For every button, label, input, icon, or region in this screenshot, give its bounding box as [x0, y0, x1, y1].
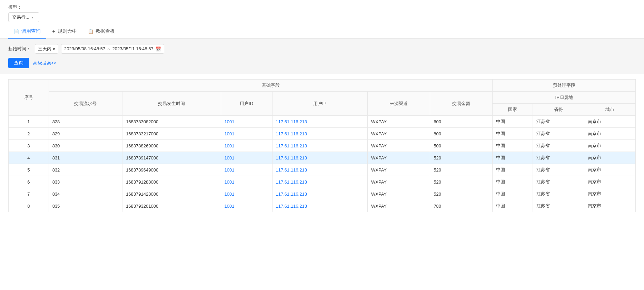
cell-tx-time: 1683789649000: [122, 164, 221, 176]
advanced-search-button[interactable]: 高级搜索>>: [33, 60, 56, 66]
cell-country: 中国: [493, 176, 533, 188]
cell-source: WXPAY: [367, 164, 430, 176]
cell-user-ip: 117.61.116.213: [272, 188, 367, 200]
cell-user-ip: 117.61.116.213: [272, 116, 367, 128]
cell-city: 南京市: [584, 152, 635, 164]
cell-amount: 600: [430, 116, 493, 128]
cell-tx-no: 835: [49, 200, 122, 212]
cell-city: 南京市: [584, 140, 635, 152]
tab-rules[interactable]: ✦ 规则命中: [46, 25, 82, 39]
table-body: 182816837830820001001117.61.116.213WXPAY…: [9, 116, 636, 212]
th-amount: 交易金额: [430, 92, 493, 116]
cell-country: 中国: [493, 128, 533, 140]
th-source: 来源渠道: [367, 92, 430, 116]
date-range-input[interactable]: 2023/05/08 16:48:57 ～ 2023/05/11 16:48:5…: [61, 44, 164, 54]
cell-tx-time: 1683793201000: [122, 200, 221, 212]
th-basic-fields: 基础字段: [49, 80, 493, 92]
cell-source: WXPAY: [367, 128, 430, 140]
th-seq: 序号: [9, 80, 49, 116]
time-select-chevron: ▾: [53, 46, 55, 52]
tab-query-label: 调用查询: [21, 28, 41, 34]
cell-city: 南京市: [584, 128, 635, 140]
time-range-value: 三天内: [38, 46, 51, 52]
cell-country: 中国: [493, 152, 533, 164]
cell-user-ip: 117.61.116.213: [272, 164, 367, 176]
cell-country: 中国: [493, 188, 533, 200]
filter-actions: 查询 高级搜索>>: [8, 58, 636, 68]
tab-dashboard[interactable]: 📋 数据看板: [82, 25, 120, 39]
filter-section: 起始时间： 三天内 ▾ 2023/05/08 16:48:57 ～ 2023/0…: [0, 39, 644, 74]
cell-amount: 780: [430, 200, 493, 212]
cell-country: 中国: [493, 200, 533, 212]
cell-tx-time: 1683789147000: [122, 152, 221, 164]
cell-source: WXPAY: [367, 176, 430, 188]
cell-source: WXPAY: [367, 140, 430, 152]
cell-amount: 520: [430, 164, 493, 176]
table-row[interactable]: 783416837914280001001117.61.116.213WXPAY…: [9, 188, 636, 200]
cell-seq: 2: [9, 128, 49, 140]
cell-province: 江苏省: [533, 200, 584, 212]
cell-seq: 4: [9, 152, 49, 164]
cell-user-id: 1001: [221, 140, 272, 152]
cell-amount: 520: [430, 176, 493, 188]
table-row[interactable]: 683316837912880001001117.61.116.213WXPAY…: [9, 176, 636, 188]
cell-tx-no: 833: [49, 176, 122, 188]
table-row[interactable]: 182816837830820001001117.61.116.213WXPAY…: [9, 116, 636, 128]
cell-tx-time: 1683783082000: [122, 116, 221, 128]
cell-tx-no: 832: [49, 164, 122, 176]
cell-seq: 6: [9, 176, 49, 188]
table-row[interactable]: 483116837891470001001117.61.116.213WXPAY…: [9, 152, 636, 164]
cell-province: 江苏省: [533, 128, 584, 140]
cell-user-ip: 117.61.116.213: [272, 140, 367, 152]
th-user-id: 用户ID: [221, 92, 272, 116]
cell-user-id: 1001: [221, 200, 272, 212]
cell-seq: 5: [9, 164, 49, 176]
cell-country: 中国: [493, 164, 533, 176]
time-range-select[interactable]: 三天内 ▾: [35, 44, 58, 54]
cell-city: 南京市: [584, 116, 635, 128]
tab-dashboard-label: 数据看板: [96, 28, 115, 34]
cell-source: WXPAY: [367, 116, 430, 128]
date-range-text: 2023/05/08 16:48:57 ～ 2023/05/11 16:48:5…: [64, 46, 153, 52]
search-button[interactable]: 查询: [8, 58, 29, 68]
table-row[interactable]: 282916837832170001001117.61.116.213WXPAY…: [9, 128, 636, 140]
cell-seq: 7: [9, 188, 49, 200]
model-select-dropdown[interactable]: 交易行... ▾: [8, 12, 39, 22]
cell-province: 江苏省: [533, 152, 584, 164]
table-section: 序号 基础字段 预处理字段 交易流水号 交易发生时间: [0, 79, 644, 212]
table-row[interactable]: 583216837896490001001117.61.116.213WXPAY…: [9, 164, 636, 176]
table-row[interactable]: 883516837932010001001117.61.116.213WXPAY…: [9, 200, 636, 212]
cell-user-ip: 117.61.116.213: [272, 176, 367, 188]
filter-row: 起始时间： 三天内 ▾ 2023/05/08 16:48:57 ～ 2023/0…: [8, 44, 636, 54]
cell-tx-time: 1683791428000: [122, 188, 221, 200]
cell-source: WXPAY: [367, 200, 430, 212]
cell-tx-no: 828: [49, 116, 122, 128]
cell-province: 江苏省: [533, 188, 584, 200]
cell-tx-no: 830: [49, 140, 122, 152]
data-table: 序号 基础字段 预处理字段 交易流水号 交易发生时间: [8, 79, 636, 212]
rules-tab-icon: ✦: [52, 29, 56, 34]
cell-user-id: 1001: [221, 188, 272, 200]
cell-amount: 520: [430, 152, 493, 164]
th-province: 省份: [533, 104, 584, 116]
cell-tx-no: 831: [49, 152, 122, 164]
cell-user-id: 1001: [221, 152, 272, 164]
cell-tx-time: 1683783217000: [122, 128, 221, 140]
table-row[interactable]: 383016837882690001001117.61.116.213WXPAY…: [9, 140, 636, 152]
th-ip-location: IP归属地: [493, 92, 636, 104]
cell-province: 江苏省: [533, 164, 584, 176]
page-wrapper: 模型： 交易行... ▾ 📄 调用查询 ✦ 规则命中 📋 数据看板 起始时间： …: [0, 0, 644, 290]
cell-user-ip: 117.61.116.213: [272, 152, 367, 164]
cell-amount: 520: [430, 188, 493, 200]
cell-tx-time: 1683788269000: [122, 140, 221, 152]
tabs-section: 📄 调用查询 ✦ 规则命中 📋 数据看板: [0, 25, 644, 39]
dashboard-tab-icon: 📋: [88, 29, 93, 34]
tab-query[interactable]: 📄 调用查询: [8, 25, 46, 39]
cell-source: WXPAY: [367, 188, 430, 200]
th-user-ip: 用户IP: [272, 92, 367, 116]
th-tx-no: 交易流水号: [49, 92, 122, 116]
cell-city: 南京市: [584, 176, 635, 188]
cell-amount: 800: [430, 128, 493, 140]
cell-city: 南京市: [584, 164, 635, 176]
cell-country: 中国: [493, 140, 533, 152]
